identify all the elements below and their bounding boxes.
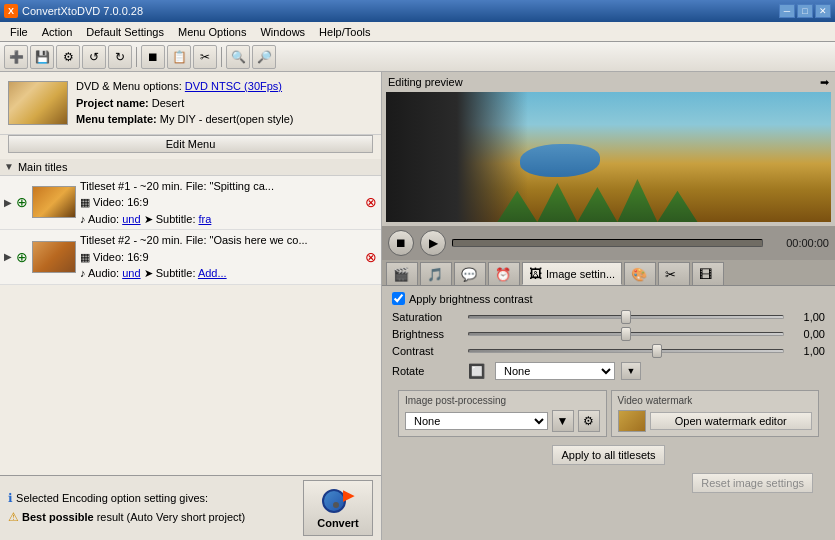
- apply-to-all-button[interactable]: Apply to all titlesets: [552, 445, 664, 465]
- menu-options[interactable]: Menu Options: [172, 24, 252, 40]
- tab-subtitle[interactable]: 💬: [454, 262, 486, 285]
- menu-bar: File Action Default Settings Menu Option…: [0, 22, 835, 42]
- stop-button[interactable]: ⏹: [141, 45, 165, 69]
- minimize-button[interactable]: ─: [779, 4, 795, 18]
- toolbar-separator: [136, 47, 137, 67]
- toolbar: ➕ 💾 ⚙ ↺ ↻ ⏹ 📋 ✂ 🔍 🔎: [0, 42, 835, 72]
- title-name-1: Titleset #1 - ~20 min. File: "Spitting c…: [80, 178, 361, 195]
- cut-button[interactable]: ✂: [193, 45, 217, 69]
- title-video-1: ▦ Video: 16:9: [80, 194, 361, 211]
- tab-video[interactable]: 🎬: [386, 262, 418, 285]
- info-line1: Selected Encoding option setting gives:: [16, 492, 208, 504]
- delete-title-2-button[interactable]: ⊗: [365, 249, 377, 265]
- tab-cut[interactable]: ✂: [658, 262, 690, 285]
- title-item-1-header[interactable]: ▶ ⊕ Titleset #1 - ~20 min. File: "Spitti…: [0, 176, 381, 230]
- search-button[interactable]: 🔍: [226, 45, 250, 69]
- maximize-button[interactable]: □: [797, 4, 813, 18]
- saturation-label: Saturation: [392, 311, 462, 323]
- title-item-2: ▶ ⊕ Titleset #2 - ~20 min. File: "Oasis …: [0, 230, 381, 285]
- add-title-1-button[interactable]: ⊕: [16, 194, 28, 210]
- contrast-thumb[interactable]: [652, 344, 662, 358]
- post-processing-select[interactable]: None: [405, 412, 548, 430]
- rotate-select[interactable]: None 90° Clockwise 90° Counter-clockwise…: [495, 362, 615, 380]
- app-title: ConvertXtoDVD 7.0.0.28: [22, 5, 143, 17]
- menu-default-settings[interactable]: Default Settings: [80, 24, 170, 40]
- audio-link-1[interactable]: und: [122, 213, 140, 225]
- brightness-slider[interactable]: [468, 332, 784, 336]
- title-thumb-image-2: [33, 242, 75, 272]
- subtitle-link-2[interactable]: Add...: [198, 267, 227, 279]
- subtitle-tab-icon: 💬: [461, 267, 477, 282]
- menu-file[interactable]: File: [4, 24, 34, 40]
- rotate-dropdown-button[interactable]: ▼: [621, 362, 641, 380]
- saturation-value: 1,00: [790, 311, 825, 323]
- convert-button[interactable]: ▶ Convert: [303, 480, 373, 536]
- image-tab-icon: 🖼: [529, 266, 542, 281]
- video-value-2: 16:9: [127, 251, 148, 263]
- stop-preview-button[interactable]: ⏹: [388, 230, 414, 256]
- close-button[interactable]: ✕: [815, 4, 831, 18]
- menu-help[interactable]: Help/Tools: [313, 24, 376, 40]
- collapse-arrow[interactable]: ▼: [4, 161, 14, 172]
- info-icon: ℹ: [8, 491, 13, 505]
- image-settings-panel: Apply brightness contrast Saturation 1,0…: [382, 286, 835, 540]
- tab-image[interactable]: 🖼 Image settin...: [522, 262, 622, 285]
- right-panel: Editing preview ➡ ⏹ ▶ 00:00:00 🎬 🎵 💬 ⏰: [382, 72, 835, 540]
- expand-arrow-2[interactable]: ▶: [4, 251, 12, 262]
- audio-link-2[interactable]: und: [122, 267, 140, 279]
- warn-icon: ⚠: [8, 510, 19, 524]
- add-button[interactable]: ➕: [4, 45, 28, 69]
- subtitle-arrow-2: ➤: [144, 267, 156, 279]
- add-title-2-button[interactable]: ⊕: [16, 249, 28, 265]
- post-processing-dropdown-button[interactable]: ▼: [552, 410, 574, 432]
- preview-arrow-icon[interactable]: ➡: [820, 76, 829, 89]
- info-result-row: ⚠ Best possible result (Auto Very short …: [8, 508, 245, 527]
- copy-button[interactable]: 📋: [167, 45, 191, 69]
- tab-audio[interactable]: 🎵: [420, 262, 452, 285]
- redo-button[interactable]: ↻: [108, 45, 132, 69]
- title-item-2-header[interactable]: ▶ ⊕ Titleset #2 - ~20 min. File: "Oasis …: [0, 230, 381, 284]
- delete-title-1-button[interactable]: ⊗: [365, 194, 377, 210]
- watermark-section: Video watermark Open watermark editor: [611, 390, 820, 437]
- dvd-format-link[interactable]: DVD NTSC (30Fps): [185, 80, 282, 92]
- brightness-thumb[interactable]: [621, 327, 631, 341]
- dvd-format-row: DVD & Menu options: DVD NTSC (30Fps): [76, 78, 373, 95]
- contrast-label: Contrast: [392, 345, 462, 357]
- post-processing-edit-button[interactable]: ⚙: [578, 410, 600, 432]
- saturation-slider[interactable]: [468, 315, 784, 319]
- effects-tab-icon: 🎨: [631, 267, 647, 282]
- dvd-thumb-image: [9, 82, 67, 124]
- save-button[interactable]: 💾: [30, 45, 54, 69]
- settings-button[interactable]: ⚙: [56, 45, 80, 69]
- title-item-1: ▶ ⊕ Titleset #1 - ~20 min. File: "Spitti…: [0, 176, 381, 231]
- convert-label: Convert: [317, 517, 359, 529]
- video-label-1: Video:: [93, 196, 127, 208]
- tab-advanced[interactable]: 🎞: [692, 262, 724, 285]
- tab-panel: 🎬 🎵 💬 ⏰ 🖼 Image settin... 🎨 ✂ 🎞 Apply br…: [382, 260, 835, 540]
- audio-tab-icon: 🎵: [427, 267, 443, 282]
- preview-timeline[interactable]: [452, 239, 763, 247]
- reset-image-settings-button[interactable]: Reset image settings: [692, 473, 813, 493]
- tab-chapters[interactable]: ⏰: [488, 262, 520, 285]
- subtitle-arrow-1: ➤: [144, 213, 156, 225]
- open-watermark-editor-button[interactable]: Open watermark editor: [650, 412, 813, 430]
- subtitle-link-1[interactable]: fra: [199, 213, 212, 225]
- project-label: Project name:: [76, 97, 149, 109]
- title-info-1: Titleset #1 - ~20 min. File: "Spitting c…: [80, 178, 361, 228]
- play-preview-button[interactable]: ▶: [420, 230, 446, 256]
- expand-arrow-1[interactable]: ▶: [4, 197, 12, 208]
- audio-label-1: Audio:: [88, 213, 122, 225]
- zoom-button[interactable]: 🔎: [252, 45, 276, 69]
- brightness-contrast-checkbox[interactable]: [392, 292, 405, 305]
- saturation-thumb[interactable]: [621, 310, 631, 324]
- edit-menu-button[interactable]: Edit Menu: [8, 135, 373, 153]
- tab-effects[interactable]: 🎨: [624, 262, 656, 285]
- menu-action[interactable]: Action: [36, 24, 79, 40]
- video-tab-icon: 🎬: [393, 267, 409, 282]
- title-audio-1: ♪ Audio: und ➤ Subtitle: fra: [80, 211, 361, 228]
- undo-button[interactable]: ↺: [82, 45, 106, 69]
- video-value-1: 16:9: [127, 196, 148, 208]
- menu-windows[interactable]: Windows: [254, 24, 311, 40]
- main-layout: DVD & Menu options: DVD NTSC (30Fps) Pro…: [0, 72, 835, 540]
- contrast-slider[interactable]: [468, 349, 784, 353]
